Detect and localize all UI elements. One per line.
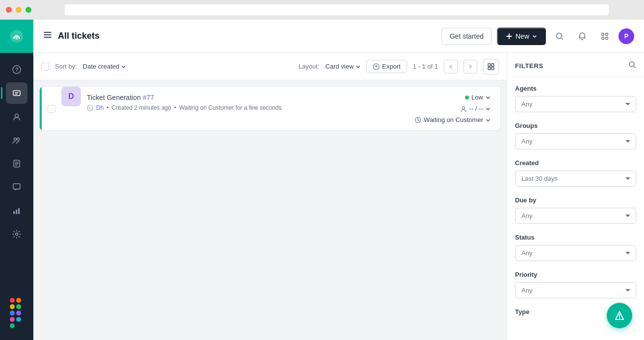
svg-rect-9 (13, 184, 20, 189)
ticket-avatar: D (61, 87, 81, 106)
svg-point-6 (14, 138, 17, 141)
sidebar-item-chat[interactable] (6, 176, 27, 198)
filter-select-groups[interactable]: Any (515, 133, 636, 149)
ticket-checkbox[interactable] (48, 105, 55, 113)
svg-point-16 (557, 33, 562, 38)
color-blue (10, 311, 15, 316)
sort-value[interactable]: Date created (83, 63, 126, 70)
get-started-button[interactable]: Get started (441, 28, 492, 45)
svg-point-31 (619, 318, 620, 319)
layout-value[interactable]: Card view (325, 63, 361, 70)
select-all-checkbox[interactable] (41, 63, 49, 71)
waiting-icon (414, 117, 421, 123)
svg-point-26 (87, 105, 93, 111)
filter-label-created: Created (515, 159, 636, 167)
ticket-meta: Dh • Created 2 minutes ago • Waiting on … (87, 104, 402, 111)
notifications-icon[interactable] (573, 27, 591, 45)
svg-rect-12 (18, 208, 20, 214)
color-red (10, 298, 15, 303)
filter-label-agents: Agents (515, 85, 636, 92)
new-button[interactable]: New (497, 27, 546, 45)
titlebar-dot-green[interactable] (26, 7, 31, 13)
sidebar-item-reports[interactable] (6, 200, 27, 221)
sidebar-item-settings[interactable] (6, 223, 27, 245)
filter-group-due-by: Due by Any (515, 196, 636, 224)
sidebar-logo[interactable] (0, 20, 33, 53)
pagination-prev-button[interactable] (444, 60, 458, 73)
filter-select-due-by[interactable]: Any (515, 208, 636, 224)
menu-icon[interactable] (43, 30, 52, 42)
integrations-icon[interactable] (596, 27, 614, 45)
svg-rect-25 (491, 67, 494, 70)
color-yellow (10, 304, 15, 309)
filter-group-groups: Groups Any (515, 122, 636, 149)
filters-search-icon[interactable] (628, 61, 636, 71)
filter-select-priority[interactable]: Any (515, 282, 636, 298)
search-icon[interactable] (551, 27, 568, 45)
color-pink (10, 317, 15, 322)
titlebar-dot-yellow[interactable] (16, 7, 22, 13)
ticket-checkbox-area[interactable] (42, 87, 61, 130)
ticket-status-area: Low -- / -- Waiting on Customer (402, 87, 500, 130)
tickets-list: D Ticket Generation #77 Dh • Created 2 m… (33, 80, 507, 340)
ticket-assignee[interactable]: -- / -- (460, 105, 490, 112)
svg-rect-24 (488, 67, 490, 70)
content-area: Sort by: Date created Layout: Card view (33, 53, 644, 340)
filter-group-agents: Agents Any (515, 85, 636, 112)
address-bar[interactable] (65, 4, 609, 15)
svg-rect-22 (488, 64, 490, 66)
filter-group-created: Created Last 30 days Today Last 7 days L… (515, 159, 636, 187)
pagination-next-button[interactable] (464, 60, 477, 73)
color-cyan (16, 317, 21, 322)
ticket-waiting-meta: Waiting on Customer for a few seconds (179, 104, 282, 111)
user-avatar[interactable]: P (618, 28, 634, 44)
layout-label: Layout: (299, 63, 320, 70)
sidebar-item-knowledge[interactable] (6, 153, 27, 174)
sidebar-item-contacts[interactable] (6, 106, 27, 127)
view-toggle-button[interactable] (483, 59, 499, 74)
export-button[interactable]: Export (366, 60, 407, 73)
svg-point-17 (602, 33, 604, 35)
sidebar-item-teams[interactable] (6, 129, 27, 151)
topbar: All tickets Get started New P (33, 20, 644, 53)
ticket-agent[interactable]: Dh (96, 104, 103, 111)
titlebar-dot-red[interactable] (6, 7, 12, 13)
tickets-area: Sort by: Date created Layout: Card view (33, 53, 507, 340)
ticket-status[interactable]: Waiting on Customer (414, 116, 490, 123)
filter-select-agents[interactable]: Any (515, 96, 636, 112)
filters-panel: FILTERS Agents Any Groups (507, 53, 644, 340)
svg-rect-10 (13, 211, 15, 214)
svg-rect-4 (13, 91, 20, 96)
sidebar: ? (0, 20, 33, 340)
color-emerald (10, 323, 15, 328)
sidebar-item-help[interactable]: ? (6, 59, 27, 80)
sidebar-item-tickets[interactable] (6, 82, 27, 104)
filters-body: Agents Any Groups Any Created (507, 77, 644, 327)
color-purple (16, 311, 21, 316)
svg-point-27 (462, 107, 464, 109)
toolbar-right: Layout: Card view Export 1 - 1 of 1 (299, 59, 499, 74)
toolbar: Sort by: Date created Layout: Card view (33, 53, 507, 80)
svg-text:?: ? (15, 67, 19, 73)
filter-select-created[interactable]: Last 30 days Today Last 7 days Last 90 d… (515, 170, 636, 187)
ticket-priority[interactable]: Low (465, 94, 490, 101)
filter-label-priority: Priority (515, 271, 636, 278)
svg-rect-11 (16, 210, 17, 214)
page-title: All tickets (58, 31, 436, 41)
filter-select-status[interactable]: Any (515, 245, 636, 261)
ticket-id[interactable]: #77 (143, 94, 154, 101)
svg-point-1 (16, 37, 18, 40)
svg-point-7 (17, 138, 20, 141)
filter-label-due-by: Due by (515, 196, 636, 204)
svg-point-13 (16, 233, 18, 236)
phone-icon (87, 105, 93, 111)
ticket-title: Ticket Generation #77 (87, 94, 402, 101)
svg-point-19 (602, 37, 604, 39)
ticket-card[interactable]: D Ticket Generation #77 Dh • Created 2 m… (39, 86, 501, 131)
status-label: Waiting on Customer (424, 116, 483, 123)
color-orange (16, 298, 21, 303)
priority-label: Low (471, 94, 483, 101)
color-green (16, 304, 21, 309)
chatwoot-fab[interactable] (607, 303, 632, 328)
topbar-actions: Get started New P (441, 27, 634, 45)
